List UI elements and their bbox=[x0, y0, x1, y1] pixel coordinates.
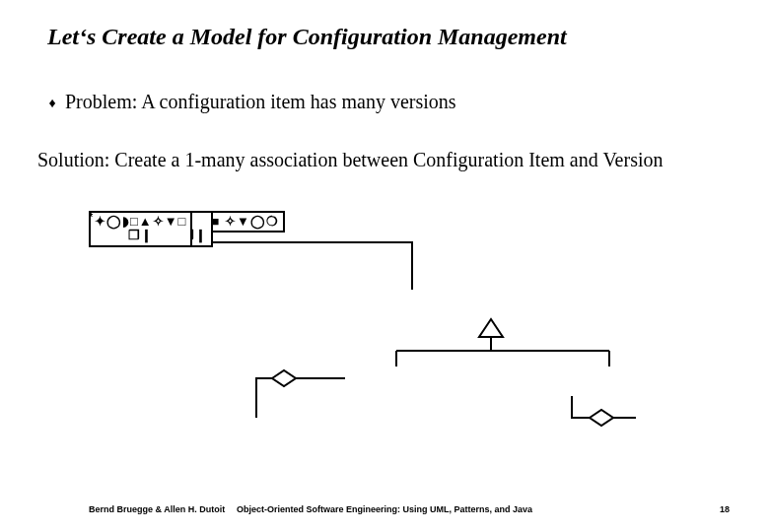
svg-marker-0 bbox=[479, 319, 503, 337]
footer-page-number: 18 bbox=[720, 504, 730, 514]
bullet-text: Problem: A configuration item has many v… bbox=[65, 91, 456, 112]
uml-diagram: ❖□■✦✧✱▼□❖◯■ ✧▼◯❍ ✦◯❒▲✧□■ ✧❒□❍□▼✧□■ ✦◯●◯❏… bbox=[89, 211, 710, 467]
svg-marker-5 bbox=[272, 370, 296, 386]
box-label: ✦◯◗□▲✧▼□❒❙ bbox=[95, 215, 186, 243]
multiplicity-star-release: * bbox=[89, 211, 93, 223]
diamond-icon: ♦ bbox=[47, 96, 57, 111]
footer-book-title: Object-Oriented Software Engineering: Us… bbox=[0, 504, 769, 514]
svg-marker-6 bbox=[590, 410, 613, 426]
solution-text: Solution: Create a 1-many association be… bbox=[37, 148, 728, 172]
box-repository: ✦◯◗□▲✧▼□❒❙ bbox=[89, 211, 192, 247]
diagram-connectors bbox=[89, 211, 710, 467]
slide-title: Let‘s Create a Model for Configuration M… bbox=[47, 24, 567, 50]
bullet-item: ♦Problem: A configuration item has many … bbox=[47, 91, 456, 113]
